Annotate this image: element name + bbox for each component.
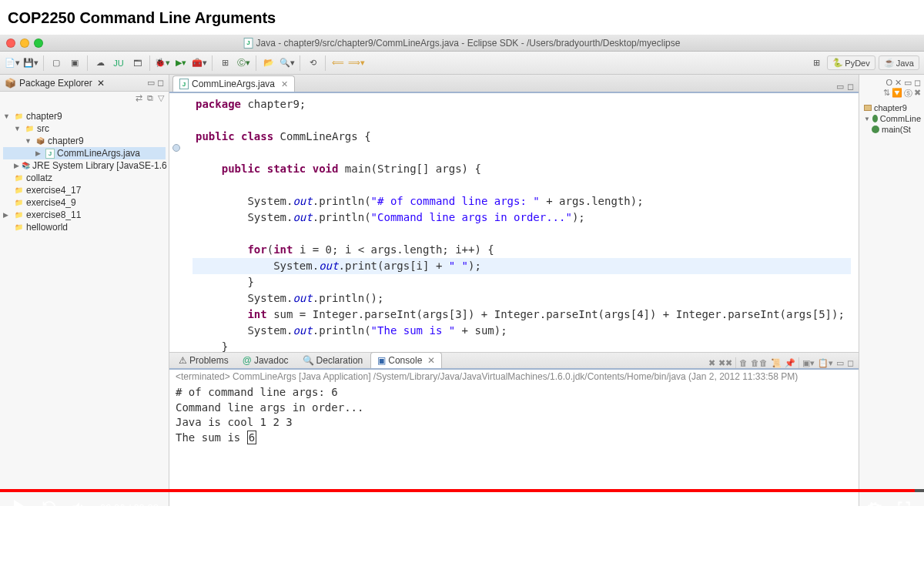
hide-static-icon[interactable]: ⓢ — [904, 88, 912, 99]
declaration-tab[interactable]: 🔍Declaration — [296, 353, 370, 368]
perspective-pydev[interactable]: 🐍PyDev — [827, 55, 875, 70]
browser-icon[interactable]: 🗔 — [129, 55, 145, 71]
folder-icon: 📁 — [13, 112, 24, 121]
close-window-icon[interactable] — [6, 39, 15, 48]
expand-arrow-icon[interactable]: ▼ — [25, 137, 32, 145]
volume-button[interactable] — [71, 500, 86, 515]
tree-item-label: exercise4_9 — [26, 197, 76, 208]
captions-button[interactable]: CC — [838, 500, 853, 515]
new-button[interactable]: 📄▾ — [5, 55, 20, 71]
editor-tab-commlineargs[interactable]: J CommLineArgs.java ✕ — [172, 75, 295, 92]
save-all-button[interactable]: 💾▾ — [23, 55, 38, 71]
tree-item-helloworld[interactable]: 📁helloworld — [3, 221, 166, 233]
tree-item-exercise4_9[interactable]: 📁exercise4_9 — [3, 196, 166, 209]
close-tab-icon[interactable]: ✕ — [427, 355, 435, 366]
tree-item-label: CommLineArgs.java — [57, 148, 140, 159]
video-progress-fill — [0, 489, 915, 492]
folding-marker-icon[interactable] — [172, 144, 180, 152]
zoom-window-icon[interactable] — [34, 39, 43, 48]
minimize-icon[interactable]: ▭ — [904, 78, 912, 88]
forward-button[interactable]: ⟹▾ — [349, 55, 364, 71]
maximize-editor-icon[interactable]: ◻ — [847, 82, 854, 92]
perspective-java[interactable]: ☕Java — [879, 55, 919, 70]
minimize-window-icon[interactable] — [20, 39, 29, 48]
settings-button[interactable] — [867, 500, 882, 515]
folder-icon: 📁 — [13, 173, 24, 183]
play-button[interactable] — [12, 500, 28, 515]
cast-button[interactable] — [808, 500, 824, 515]
sort-icon[interactable]: ⇅ — [883, 88, 890, 99]
video-progress-bar[interactable] — [0, 489, 924, 492]
box-icon[interactable]: ▢ — [49, 55, 64, 71]
link-editor-icon[interactable]: ⧉ — [147, 93, 153, 106]
expand-arrow-icon[interactable]: ▼ — [3, 112, 11, 120]
open-task-icon[interactable]: 📂 — [261, 55, 276, 71]
tab-close-icon[interactable]: ✕ — [97, 78, 105, 89]
pin-console-icon[interactable]: 📌 — [785, 358, 795, 368]
terminate-all-icon[interactable]: ✖✖ — [718, 358, 732, 368]
nav-tools-icon[interactable]: ⟲ — [305, 55, 320, 71]
collapse-all-icon[interactable]: ⇄ — [136, 93, 142, 106]
tree-item-label: exercise8_11 — [26, 209, 81, 220]
hide-nonpublic-icon[interactable]: ✖ — [914, 88, 921, 99]
tree-item-src[interactable]: ▼📁src — [3, 122, 166, 135]
debug-button[interactable]: 🐞▾ — [155, 55, 170, 71]
tree-item-exercise8_11[interactable]: ▶📁exercise8_11 — [3, 209, 166, 221]
scroll-lock-icon[interactable]: 📜 — [771, 358, 782, 368]
fullscreen-button[interactable] — [896, 500, 912, 515]
rewind-10-button[interactable]: 10 — [42, 500, 57, 515]
page-title: COP2250 Command Line Arguments — [0, 0, 924, 35]
tree-item-collatz[interactable]: 📁collatz — [3, 172, 166, 184]
new-package-icon[interactable]: ⊞ — [217, 55, 233, 71]
tree-item-chapter9[interactable]: ▼📁chapter9 — [3, 110, 166, 122]
maximize-icon[interactable]: ◻ — [914, 78, 921, 88]
bottom-panel: ⚠Problems @Javadoc 🔍Declaration ▣Console… — [169, 352, 859, 506]
minimize-panel-icon[interactable]: ▭ — [836, 358, 844, 368]
open-type-icon[interactable]: ☁ — [92, 55, 108, 71]
junit-icon[interactable]: JU — [111, 55, 126, 71]
expand-arrow-icon[interactable]: ▶ — [3, 211, 11, 219]
remove-all-icon[interactable]: 🗑🗑 — [751, 358, 768, 367]
minimize-editor-icon[interactable]: ▭ — [836, 82, 844, 92]
problems-tab[interactable]: ⚠Problems — [172, 353, 235, 368]
code-editor[interactable]: package chapter9; public class CommLineA… — [169, 93, 859, 352]
terminate-icon[interactable]: ✖ — [708, 358, 715, 368]
expand-arrow-icon[interactable]: ▶ — [14, 162, 19, 169]
tree-item-jre-system-library-javase-1-6[interactable]: ▶📚JRE System Library [JavaSE-1.6 — [3, 159, 166, 172]
javadoc-tab[interactable]: @Javadoc — [236, 353, 295, 368]
console-tab[interactable]: ▣Console✕ — [370, 352, 442, 368]
maximize-view-icon[interactable]: ◻ — [157, 78, 164, 88]
new-class-button[interactable]: Ⓒ▾ — [236, 55, 251, 71]
maximize-panel-icon[interactable]: ◻ — [847, 358, 854, 368]
outline-label: main(St — [882, 125, 911, 134]
expand-arrow-icon[interactable]: ▼ — [14, 125, 22, 132]
open-perspective-icon[interactable]: ⊞ — [808, 55, 824, 71]
outline-close-icon[interactable]: O ✕ — [886, 78, 902, 88]
search-button[interactable]: 🔍▾ — [280, 55, 295, 71]
java-file-icon: J — [244, 38, 253, 49]
ext-tools-button[interactable]: 🧰▾ — [192, 55, 207, 71]
declaration-icon: 🔍 — [303, 355, 314, 366]
terminal-icon[interactable]: ▣ — [67, 55, 82, 71]
tree-item-chapter9[interactable]: ▼📦chapter9 — [3, 135, 166, 147]
volume-icon — [71, 499, 86, 516]
remove-launch-icon[interactable]: 🗑 — [739, 358, 748, 367]
run-button[interactable]: ▶▾ — [173, 55, 189, 71]
outline-item[interactable]: chapter9 — [862, 102, 921, 113]
outline-item[interactable]: ▼CommLine — [862, 113, 921, 124]
close-tab-icon[interactable]: ✕ — [281, 79, 288, 89]
hide-fields-icon[interactable]: 🔽 — [892, 88, 902, 99]
open-console-icon[interactable]: 📋▾ — [818, 358, 833, 368]
tree-item-exercise4_17[interactable]: 📁exercise4_17 — [3, 184, 166, 196]
expand-arrow-icon[interactable]: ▶ — [35, 149, 43, 157]
rewind-number: 10 — [46, 504, 53, 511]
back-button[interactable]: ⟸ — [330, 55, 346, 71]
display-console-icon[interactable]: ▣▾ — [802, 358, 815, 368]
minimize-view-icon[interactable]: ▭ — [147, 78, 155, 88]
outline-item[interactable]: main(St — [862, 124, 921, 135]
view-menu-icon[interactable]: ▽ — [158, 93, 164, 106]
jfile-icon: J — [45, 149, 55, 159]
cast-icon — [808, 500, 824, 515]
package-explorer-icon: 📦 — [5, 78, 16, 89]
tree-item-commlineargs-java[interactable]: ▶JCommLineArgs.java — [3, 147, 166, 159]
